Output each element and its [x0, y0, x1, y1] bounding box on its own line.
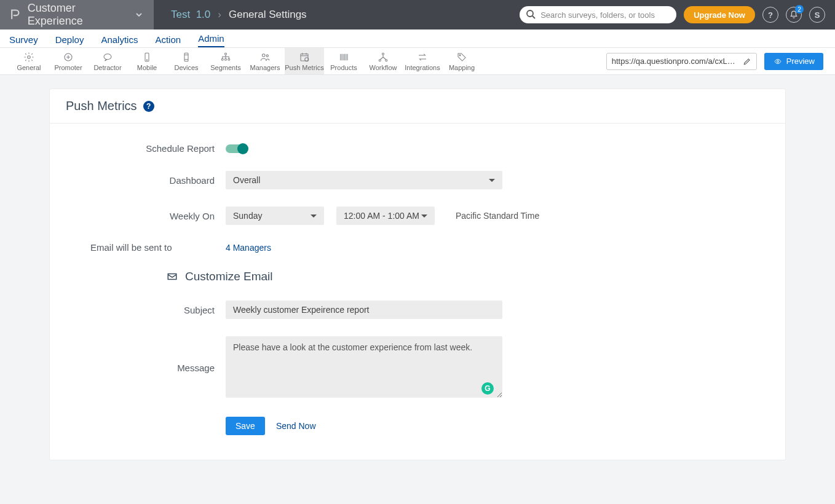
subject-label: Subject: [66, 305, 226, 315]
subnav-detractor[interactable]: Detractor: [88, 48, 127, 74]
page-title: Push Metrics: [66, 99, 137, 113]
subnav-promoter[interactable]: Promoter: [49, 48, 88, 74]
save-button[interactable]: Save: [226, 417, 265, 435]
global-search[interactable]: [520, 6, 676, 23]
product-switcher[interactable]: Customer Experience: [0, 0, 154, 30]
timezone-label: Pacific Standard Time: [456, 211, 539, 221]
email-sent-label: Email will be sent to: [66, 242, 226, 253]
svg-point-6: [146, 59, 147, 60]
subnav-workflow[interactable]: Workflow: [363, 48, 403, 74]
tab-deploy[interactable]: Deploy: [55, 34, 84, 47]
svg-point-14: [263, 53, 266, 57]
dashboard-select[interactable]: Overall: [226, 171, 502, 189]
product-name: Customer Experience: [28, 2, 128, 28]
mobile-icon: [140, 52, 154, 63]
breadcrumb-project[interactable]: Test 1.0: [171, 9, 210, 21]
search-icon: [526, 9, 536, 19]
breadcrumb: Test 1.0 › General Settings: [154, 9, 307, 21]
people-icon: [258, 52, 272, 63]
svg-point-12: [225, 58, 227, 60]
pencil-icon: [743, 57, 751, 66]
survey-url-box[interactable]: https://qa.questionpro.com/a/cxLogin.do?…: [606, 53, 757, 70]
managers-link[interactable]: 4 Managers: [226, 243, 271, 253]
eye-icon: [773, 58, 783, 65]
subnav-segments[interactable]: Segments: [206, 48, 245, 74]
svg-point-25: [382, 53, 384, 55]
breadcrumb-current: General Settings: [229, 9, 307, 21]
chevron-right-icon: ›: [218, 9, 221, 21]
send-now-button[interactable]: Send Now: [276, 421, 316, 431]
subnav-general[interactable]: General: [9, 48, 49, 74]
logo-icon: [9, 8, 22, 22]
weekly-on-label: Weekly On: [66, 211, 226, 221]
swap-icon: [416, 52, 429, 63]
help-icon[interactable]: ?: [143, 101, 154, 112]
tab-survey[interactable]: Survey: [9, 34, 38, 47]
svg-point-11: [221, 58, 223, 60]
subnav-mapping[interactable]: Mapping: [442, 48, 481, 74]
svg-line-1: [532, 16, 535, 18]
grammarly-icon[interactable]: G: [481, 382, 494, 395]
hierarchy-icon: [219, 52, 232, 63]
svg-point-0: [527, 10, 533, 17]
survey-url-text: https://qa.questionpro.com/a/cxLogin.do?…: [612, 57, 739, 66]
subnav-products[interactable]: Products: [324, 48, 363, 74]
chevron-down-icon: [135, 9, 143, 22]
schedule-report-toggle[interactable]: [226, 144, 247, 153]
search-input[interactable]: [520, 6, 676, 23]
subnav-integrations[interactable]: Integrations: [403, 48, 442, 74]
notifications-button[interactable]: 2: [786, 7, 802, 23]
svg-point-10: [225, 53, 227, 55]
user-avatar[interactable]: S: [809, 7, 825, 23]
subnav-mobile[interactable]: Mobile: [127, 48, 167, 74]
message-label: Message: [66, 363, 226, 373]
message-textarea[interactable]: [226, 336, 502, 398]
chevron-down-icon: [489, 179, 495, 185]
dashboard-label: Dashboard: [66, 175, 226, 186]
devices-icon: [180, 52, 193, 63]
svg-point-13: [228, 58, 230, 60]
svg-point-26: [379, 59, 381, 61]
tab-admin[interactable]: Admin: [198, 33, 224, 47]
chat-icon: [101, 52, 114, 63]
customize-email-heading: Customize Email: [165, 270, 769, 283]
svg-rect-7: [184, 53, 188, 61]
envelope-icon: [165, 271, 179, 282]
svg-point-2: [28, 55, 31, 58]
schedule-report-label: Schedule Report: [66, 143, 226, 154]
subject-input[interactable]: [226, 301, 502, 319]
tag-icon: [455, 52, 469, 63]
svg-point-27: [386, 59, 387, 61]
tab-analytics[interactable]: Analytics: [101, 34, 138, 47]
preview-button[interactable]: Preview: [764, 53, 823, 70]
barcode-icon: [337, 52, 350, 63]
weekly-day-select[interactable]: Sunday: [226, 207, 324, 225]
weekly-time-select[interactable]: 12:00 AM - 1:00 AM: [336, 207, 435, 225]
subnav-managers[interactable]: Managers: [245, 48, 285, 74]
subnav-push-metrics[interactable]: Push Metrics: [285, 48, 324, 74]
chevron-down-icon: [311, 215, 317, 221]
chevron-down-icon: [421, 215, 427, 221]
svg-point-15: [266, 55, 268, 57]
tab-action[interactable]: Action: [155, 34, 181, 47]
notification-badge: 2: [795, 5, 804, 14]
upgrade-button[interactable]: Upgrade Now: [684, 6, 755, 23]
svg-point-29: [777, 60, 778, 62]
subnav-devices[interactable]: Devices: [167, 48, 206, 74]
plus-circle-icon: [61, 52, 75, 63]
svg-point-28: [459, 55, 461, 56]
gear-icon: [22, 52, 36, 63]
svg-point-4: [104, 53, 111, 59]
calendar-icon: [298, 52, 311, 63]
branch-icon: [376, 52, 390, 63]
help-button[interactable]: ?: [762, 7, 778, 23]
